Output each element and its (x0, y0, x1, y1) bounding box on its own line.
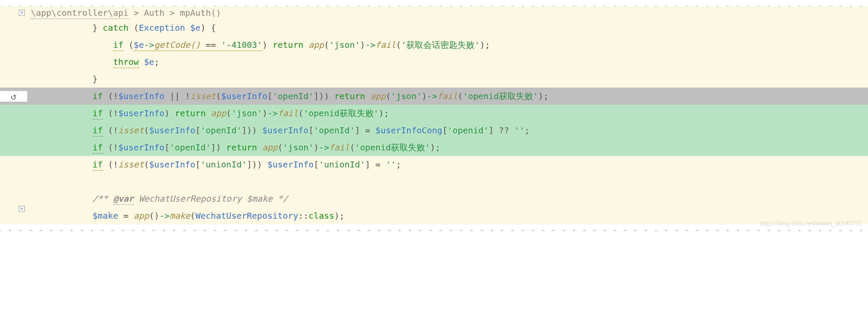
code-line[interactable]: if ($e->getCode() == '-41003') return ap… (0, 36, 868, 53)
diff-added-line[interactable]: if (!$userInfo) return app('json')->fail… (0, 105, 868, 122)
code-text: if (!$userInfo) return app('json')->fail… (27, 108, 868, 119)
code-line[interactable]: if (!isset($userInfo['unionId'])) $userI… (0, 156, 868, 173)
code-line[interactable]: } (0, 70, 868, 88)
diff-added-line[interactable]: if (!$userInfo['openId']) return app('js… (0, 139, 868, 156)
fold-zigzag-top (0, 0, 868, 6)
breadcrumb-row: + \app\controller\api > Auth > mpAuth() (0, 6, 868, 19)
breadcrumb-class[interactable]: Auth (144, 8, 164, 18)
code-text: throw $e; (27, 57, 868, 67)
expand-fold-icon[interactable]: + (19, 206, 25, 212)
code-line[interactable]: } catch (Exception $e) { (0, 19, 868, 36)
breadcrumb-path[interactable]: \app\controller\api (31, 8, 129, 19)
code-line[interactable]: throw $e; (0, 53, 868, 70)
code-text: } (27, 74, 868, 84)
expand-fold-icon[interactable]: + (19, 10, 25, 16)
code-text (27, 176, 868, 187)
breadcrumb-method[interactable]: mpAuth() (180, 8, 221, 18)
code-text: if (!isset($userInfo['unionId'])) $userI… (27, 159, 868, 170)
code-text: } catch (Exception $e) { (27, 23, 868, 33)
code-text: if (!isset($userInfo['openId'])) $userIn… (27, 125, 868, 135)
fold-zigzag-bottom (0, 224, 868, 231)
code-text: if (!$userInfo['openId']) return app('js… (27, 142, 868, 153)
breadcrumb[interactable]: \app\controller\api > Auth > mpAuth() (27, 8, 868, 18)
breadcrumb-sep-2: > (164, 8, 180, 18)
code-text: $make = app()->make(WechatUserRepository… (27, 211, 868, 221)
code-line[interactable]: /** @var WechatUserRepository $make */ (0, 190, 868, 207)
diff-added-line[interactable]: if (!isset($userInfo['openId'])) $userIn… (0, 122, 868, 139)
gutter: ↺ (0, 91, 27, 102)
code-text: /** @var WechatUserRepository $make */ (27, 194, 868, 204)
code-line[interactable]: + $make = app()->make(WechatUserReposito… (0, 207, 868, 224)
code-text: if ($e->getCode() == '-41003') return ap… (27, 39, 868, 51)
code-line-blank[interactable] (0, 173, 868, 190)
code-editor: + \app\controller\api > Auth > mpAuth() … (0, 0, 868, 231)
diff-removed-line[interactable]: ↺ if (!$userInfo || !isset($userInfo['op… (0, 88, 868, 105)
breadcrumb-sep: > (129, 8, 144, 18)
rollback-icon[interactable]: ↺ (11, 91, 16, 102)
code-text: if (!$userInfo || !isset($userInfo['open… (27, 91, 868, 102)
